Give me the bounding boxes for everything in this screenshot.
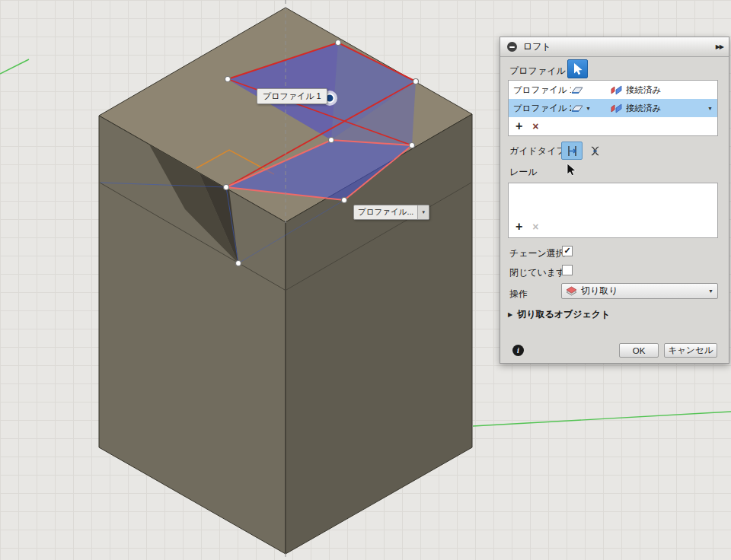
guide-type-rails-button[interactable] <box>561 142 583 160</box>
profile-vertex-handle[interactable] <box>224 185 229 190</box>
info-icon[interactable]: i <box>512 345 524 356</box>
profile-vertex-handle[interactable] <box>342 198 347 203</box>
profile-row-name: プロファイル 2 <box>513 103 571 114</box>
ok-button[interactable]: OK <box>619 343 659 358</box>
profile-icon <box>571 85 583 95</box>
profile-icon <box>571 103 583 113</box>
profile2-floating-text: プロファイル... <box>354 205 417 219</box>
triangle-right-icon: ▶ <box>508 311 512 318</box>
minus-icon <box>509 46 515 48</box>
profile1-tooltip: プロファイル 1 <box>257 88 327 104</box>
operation-dropdown[interactable]: 切り取り ▼ <box>561 283 718 299</box>
centerline-icon <box>589 145 601 157</box>
green-axis-right <box>473 412 731 426</box>
cursor-icon <box>573 63 583 75</box>
chain-select-label: チェーン選択 <box>509 247 565 260</box>
loft-dialog: ロフト ▶▶ プロファイル プロファイル 1 <box>500 37 729 364</box>
operation-value: 切り取り <box>581 285 618 298</box>
info-letter: i <box>517 346 519 355</box>
dialog-title: ロフト <box>523 40 551 53</box>
profile-vertex-handle[interactable] <box>236 261 241 266</box>
add-profile-button[interactable]: + <box>516 120 522 132</box>
profiles-table: プロファイル 1 接続済み プロファイル 2 <box>508 80 718 136</box>
operation-label: 操作 <box>509 288 528 301</box>
profile2-floating-label[interactable]: プロファイル... ▼ <box>353 205 429 220</box>
closed-label: 閉じています <box>509 266 565 279</box>
profile-select-button[interactable] <box>567 59 588 78</box>
rail-label: レール <box>509 166 538 179</box>
profile-vertex-handle[interactable] <box>329 138 334 143</box>
rails-list[interactable]: + × <box>508 183 718 238</box>
profile-label: プロファイル <box>509 65 566 78</box>
remove-rail-button[interactable]: × <box>532 221 538 232</box>
profile1-tooltip-text: プロファイル 1 <box>263 91 321 100</box>
chain-select-checkbox[interactable]: ✓ <box>562 246 573 256</box>
profile-vertex-handle[interactable] <box>336 40 341 46</box>
cursor-icon <box>566 164 576 177</box>
profile-row-2[interactable]: プロファイル 2 ▼ 接続済み ▼ <box>509 99 717 117</box>
profile-row-status: 接続済み <box>626 84 661 96</box>
objects-to-cut-label: 切り取るオブジェクト <box>517 308 610 321</box>
closed-checkbox[interactable] <box>562 265 573 275</box>
cancel-button[interactable]: キャンセル <box>664 343 717 358</box>
connected-icon <box>611 103 623 113</box>
profile-row-status: 接続済み <box>626 103 661 114</box>
expand-panel-icon[interactable]: ▶▶ <box>716 43 723 50</box>
cut-operation-icon <box>566 286 577 296</box>
green-axis-left <box>0 59 29 74</box>
check-icon: ✓ <box>563 247 570 255</box>
objects-to-cut-section[interactable]: ▶ 切り取るオブジェクト <box>508 308 610 321</box>
profile-vertex-handle[interactable] <box>225 77 231 82</box>
profile-row-name: プロファイル 1 <box>513 84 571 96</box>
remove-profile-button[interactable]: × <box>532 121 538 132</box>
profile-vertex-handle[interactable] <box>413 79 419 84</box>
chevron-down-icon[interactable]: ▼ <box>586 106 591 111</box>
dialog-handle-icon[interactable] <box>507 42 517 52</box>
chevron-down-icon[interactable]: ▼ <box>417 205 429 219</box>
connected-icon <box>611 85 623 95</box>
guide-type-label: ガイドタイプ <box>509 145 566 158</box>
add-rail-button[interactable]: + <box>516 221 522 233</box>
rails-icon <box>567 145 578 157</box>
profile-vertex-handle[interactable] <box>410 143 415 148</box>
profile-row-1[interactable]: プロファイル 1 接続済み <box>509 81 717 99</box>
profile-table-toolbar: + × <box>509 117 717 135</box>
guide-type-centerline-button[interactable] <box>584 142 605 160</box>
chevron-down-icon: ▼ <box>708 288 713 294</box>
chevron-down-icon[interactable]: ▼ <box>707 106 713 111</box>
dialog-titlebar[interactable]: ロフト ▶▶ <box>500 37 729 57</box>
